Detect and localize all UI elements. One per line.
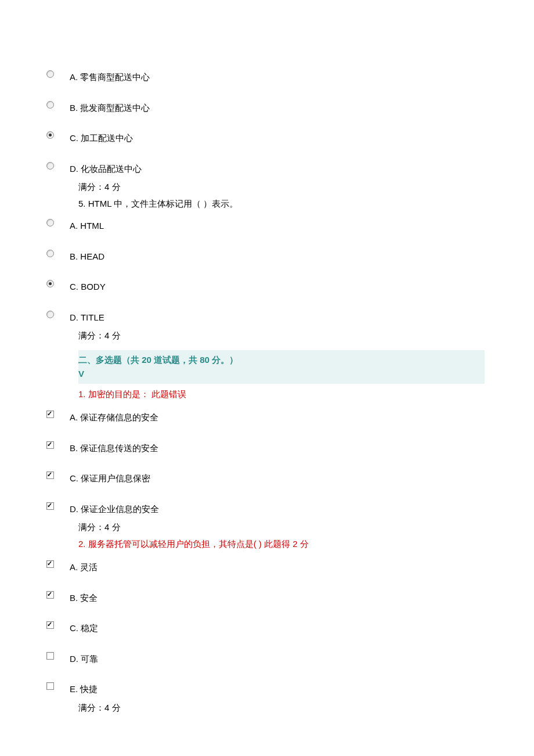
q5-option-b: B. HEAD — [46, 249, 534, 264]
document-content: A. 零售商型配送中心 B. 批发商型配送中心 C. 加工配送中心 D. 化妆品… — [0, 0, 534, 715]
option-label: B. HEAD — [61, 249, 104, 264]
mq1-option-b: B. 保证信息传送的安全 — [46, 441, 534, 455]
option-label: B. 批发商型配送中心 — [61, 100, 150, 115]
score-text: 满分：4 分 — [78, 700, 534, 715]
checkbox-input[interactable] — [46, 560, 54, 568]
q5-prompt: 5. HTML 中，文件主体标记用（ ）表示。 — [78, 196, 534, 211]
q4-option-a: A. 零售商型配送中心 — [46, 70, 534, 84]
section-title: 二、多选题（共 20 道试题，共 80 分。） — [78, 353, 480, 367]
score-text: 满分：4 分 — [78, 519, 534, 535]
option-label: C. BODY — [61, 279, 106, 294]
mq2-option-a: A. 灵活 — [46, 560, 534, 574]
score-text: 满分：4 分 — [78, 327, 534, 343]
q4-option-c: C. 加工配送中心 — [46, 131, 534, 145]
q5-option-c: C. BODY — [46, 279, 534, 294]
option-label: C. 保证用户信息保密 — [61, 471, 150, 485]
radio-input[interactable] — [46, 311, 54, 318]
mq1-option-a: A. 保证存储信息的安全 — [46, 410, 534, 424]
mq2-option-e: E. 快捷 — [46, 682, 534, 696]
option-label: A. 保证存储信息的安全 — [61, 410, 158, 424]
option-label: D. TITLE — [61, 310, 104, 325]
radio-input[interactable] — [46, 101, 54, 109]
q4-footer: 满分：4 分 5. HTML 中，文件主体标记用（ ）表示。 — [78, 179, 534, 211]
mq1-footer: 满分：4 分 2. 服务器托管可以减轻用户的负担，其特点是( ) 此题得 2 分 — [78, 519, 534, 552]
option-label: A. 零售商型配送中心 — [61, 70, 150, 84]
q5-option-a: A. HTML — [46, 218, 534, 233]
checkbox-input[interactable] — [46, 441, 54, 449]
radio-input[interactable] — [46, 162, 54, 170]
mq2-option-d: D. 可靠 — [46, 651, 534, 666]
option-label: A. HTML — [61, 218, 104, 233]
checkbox-input[interactable] — [46, 652, 54, 660]
checkbox-input[interactable] — [46, 682, 54, 690]
option-label: D. 可靠 — [61, 651, 98, 666]
section-header: 二、多选题（共 20 道试题，共 80 分。） V — [78, 350, 485, 384]
q4-option-d: D. 化妆品配送中心 — [46, 161, 534, 176]
radio-input[interactable] — [46, 280, 54, 287]
radio-input[interactable] — [46, 131, 54, 139]
mq1-option-d: D. 保证企业信息的安全 — [46, 502, 534, 516]
checkbox-input[interactable] — [46, 502, 54, 510]
q5-footer: 满分：4 分 二、多选题（共 20 道试题，共 80 分。） V 1. 加密的目… — [78, 327, 534, 402]
option-label: C. 加工配送中心 — [61, 131, 133, 145]
checkbox-input[interactable] — [46, 411, 54, 418]
option-label: B. 保证信息传送的安全 — [61, 441, 158, 455]
option-label: B. 安全 — [61, 591, 98, 605]
radio-input[interactable] — [46, 70, 54, 78]
checkbox-input[interactable] — [46, 591, 54, 599]
checkbox-input[interactable] — [46, 471, 54, 479]
mq1-prompt: 1. 加密的目的是： 此题错误 — [78, 386, 534, 402]
radio-input[interactable] — [46, 250, 54, 257]
mq2-prompt: 2. 服务器托管可以减轻用户的负担，其特点是( ) 此题得 2 分 — [78, 536, 534, 552]
option-label: D. 化妆品配送中心 — [61, 161, 142, 176]
mq2-footer: 满分：4 分 — [78, 700, 534, 715]
option-label: E. 快捷 — [61, 682, 98, 696]
section-v: V — [78, 367, 480, 381]
option-label: A. 灵活 — [61, 560, 98, 574]
q5-option-d: D. TITLE — [46, 310, 534, 325]
score-text: 满分：4 分 — [78, 179, 534, 195]
option-label: C. 稳定 — [61, 621, 98, 635]
mq2-option-c: C. 稳定 — [46, 621, 534, 635]
checkbox-input[interactable] — [46, 621, 54, 629]
radio-input[interactable] — [46, 219, 54, 226]
option-label: D. 保证企业信息的安全 — [61, 502, 159, 516]
mq1-option-c: C. 保证用户信息保密 — [46, 471, 534, 485]
q4-option-b: B. 批发商型配送中心 — [46, 100, 534, 115]
mq2-option-b: B. 安全 — [46, 591, 534, 605]
